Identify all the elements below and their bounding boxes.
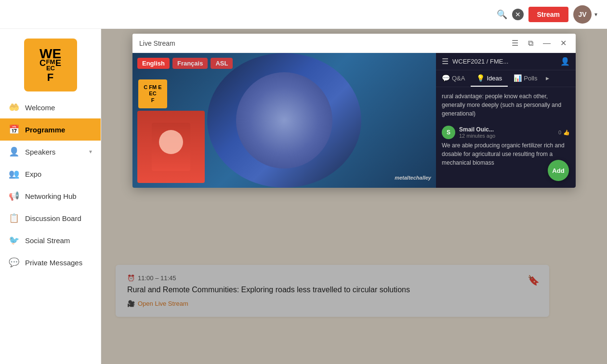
logo-c: C bbox=[40, 59, 46, 71]
top-bar: 🔍 ✕ Stream JV ▾ bbox=[0, 0, 607, 29]
sidebar: W E C FMEC E F 🤲 Welcome bbox=[0, 29, 101, 364]
lang-badges: English Français ASL bbox=[137, 58, 233, 69]
tab-ideas[interactable]: 💡 Ideas bbox=[471, 70, 508, 87]
sidebar-item-messages[interactable]: 💬 Private Messages bbox=[0, 251, 101, 273]
modal-expand-button[interactable]: ⧉ bbox=[526, 38, 536, 49]
tab-ideas-label: Ideas bbox=[487, 75, 502, 82]
polls-icon: 📊 bbox=[514, 74, 522, 82]
qa-icon: 💬 bbox=[442, 74, 450, 82]
messages-icon: 💬 bbox=[9, 257, 19, 268]
speakers-icon: 👤 bbox=[9, 146, 19, 157]
ideas-icon: 💡 bbox=[476, 74, 485, 82]
metal-inner bbox=[236, 72, 332, 169]
sidebar-item-label-social: Social Stream bbox=[25, 236, 70, 245]
sidebar-item-label-programme: Programme bbox=[25, 126, 65, 134]
logo-text: W E C FMEC E F bbox=[40, 47, 61, 83]
tab-qa[interactable]: 💬 Q&A bbox=[436, 70, 471, 87]
speaker-face bbox=[137, 111, 205, 183]
speaker-thumbnail bbox=[137, 111, 205, 183]
message-item-2: S Smail Ouic... 12 minutes ago 0 👍 bbox=[442, 126, 570, 167]
sidebar-item-label-expo: Expo bbox=[25, 170, 41, 178]
main-layout: W E C FMEC E F 🤲 Welcome bbox=[0, 29, 607, 364]
logo-e2: E bbox=[55, 59, 61, 71]
social-icon: 🐦 bbox=[9, 235, 19, 246]
watermark: metaltechalley bbox=[395, 175, 431, 181]
metal-visual bbox=[207, 53, 361, 188]
sidebar-item-speakers[interactable]: 👤 Speakers ▾ bbox=[0, 141, 101, 163]
video-background: English Français ASL C FM E EC bbox=[132, 53, 436, 188]
sidebar-item-welcome[interactable]: 🤲 Welcome bbox=[0, 96, 101, 118]
tab-qa-label: Q&A bbox=[452, 75, 465, 82]
user-avatar[interactable]: JV bbox=[573, 5, 592, 24]
sidebar-item-networking[interactable]: 📢 Networking Hub bbox=[0, 185, 101, 207]
logo-f: F bbox=[47, 71, 53, 83]
chat-org-name: WCEF2021 / FME... bbox=[452, 58, 508, 65]
author-time-2: 12 minutes ago bbox=[459, 133, 495, 139]
speakers-chevron: ▾ bbox=[89, 148, 92, 155]
author-info-2: Smail Ouic... 12 minutes ago bbox=[459, 126, 495, 139]
stream-button[interactable]: Stream bbox=[528, 7, 568, 22]
programme-icon: 📅 bbox=[9, 124, 19, 135]
author-avatar-2: S bbox=[442, 126, 455, 139]
video-logo: C FM E EC F bbox=[138, 79, 167, 108]
tab-polls-label: Polls bbox=[524, 75, 537, 82]
like-count-2: 0 bbox=[558, 130, 561, 135]
message-author-row-2: S Smail Ouic... 12 minutes ago 0 👍 bbox=[442, 126, 570, 139]
lang-badge-french[interactable]: Français bbox=[172, 58, 208, 69]
chat-menu-icon[interactable]: ☰ bbox=[442, 57, 449, 66]
author-name-2: Smail Ouic... bbox=[459, 126, 495, 133]
tab-polls[interactable]: 📊 Polls bbox=[508, 70, 543, 87]
sidebar-item-label-messages: Private Messages bbox=[25, 259, 82, 267]
sidebar-logo: W E C FMEC E F bbox=[0, 29, 101, 96]
sidebar-item-discussion[interactable]: 📋 Discussion Board bbox=[0, 207, 101, 229]
add-idea-button[interactable]: Add bbox=[548, 160, 569, 181]
sidebar-item-social[interactable]: 🐦 Social Stream bbox=[0, 229, 101, 251]
modal-close-button[interactable]: ✕ bbox=[558, 38, 569, 49]
speaker-image bbox=[152, 123, 190, 171]
modal-overlay: Live Stream ☰ ⧉ — ✕ bbox=[101, 29, 607, 364]
modal-controls: ☰ ⧉ — ✕ bbox=[509, 38, 569, 49]
chat-panel: ☰ WCEF2021 / FME... 👤 💬 Q&A bbox=[436, 53, 576, 188]
modal-minimize-button[interactable]: — bbox=[541, 38, 553, 49]
sidebar-item-label-networking: Networking Hub bbox=[25, 192, 77, 200]
chat-header-left: ☰ WCEF2021 / FME... bbox=[442, 57, 508, 66]
content-area: Live Stream ☰ ⧉ — ✕ bbox=[101, 29, 607, 364]
sidebar-item-programme[interactable]: 📅 Programme bbox=[0, 118, 101, 141]
video-panel: English Français ASL C FM E EC bbox=[132, 53, 436, 188]
message-likes-2[interactable]: 0 👍 bbox=[558, 130, 570, 136]
sidebar-item-expo[interactable]: 👥 Expo bbox=[0, 163, 101, 185]
modal-menu-button[interactable]: ☰ bbox=[509, 38, 521, 49]
lang-badge-asl[interactable]: ASL bbox=[211, 58, 233, 69]
close-search-button[interactable]: ✕ bbox=[512, 9, 524, 20]
thumbs-up-icon: 👍 bbox=[563, 130, 570, 136]
chat-header: ☰ WCEF2021 / FME... 👤 bbox=[436, 53, 576, 70]
welcome-icon: 🤲 bbox=[9, 102, 19, 113]
speaker-face-circle bbox=[159, 130, 183, 154]
search-button[interactable]: 🔍 bbox=[497, 9, 507, 20]
expo-icon: 👥 bbox=[9, 169, 19, 179]
message-text-1: rural advantage: people know each other,… bbox=[442, 92, 570, 118]
discussion-icon: 📋 bbox=[9, 213, 19, 223]
video-logo-box: C FM E EC F bbox=[138, 79, 167, 108]
modal-titlebar: Live Stream ☰ ⧉ — ✕ bbox=[132, 34, 576, 53]
logo-fm: FMEC bbox=[46, 59, 55, 71]
message-item-1: rural advantage: people know each other,… bbox=[442, 92, 570, 118]
avatar-chevron-icon[interactable]: ▾ bbox=[594, 11, 597, 18]
sidebar-item-label-discussion: Discussion Board bbox=[25, 214, 81, 222]
logo-box: W E C FMEC E F bbox=[24, 39, 77, 91]
networking-icon: 📢 bbox=[9, 191, 19, 201]
modal-body: English Français ASL C FM E EC bbox=[132, 53, 576, 188]
chat-user-icon[interactable]: 👤 bbox=[560, 57, 570, 66]
chat-tabs: 💬 Q&A 💡 Ideas 📊 Polls ▸ bbox=[436, 70, 576, 87]
sidebar-item-label-speakers: Speakers bbox=[25, 148, 55, 156]
sidebar-item-label-welcome: Welcome bbox=[25, 104, 55, 112]
modal-window: Live Stream ☰ ⧉ — ✕ bbox=[132, 34, 576, 188]
chat-tab-more[interactable]: ▸ bbox=[543, 70, 552, 87]
lang-badge-english[interactable]: English bbox=[137, 58, 170, 69]
modal-title: Live Stream bbox=[139, 39, 175, 47]
